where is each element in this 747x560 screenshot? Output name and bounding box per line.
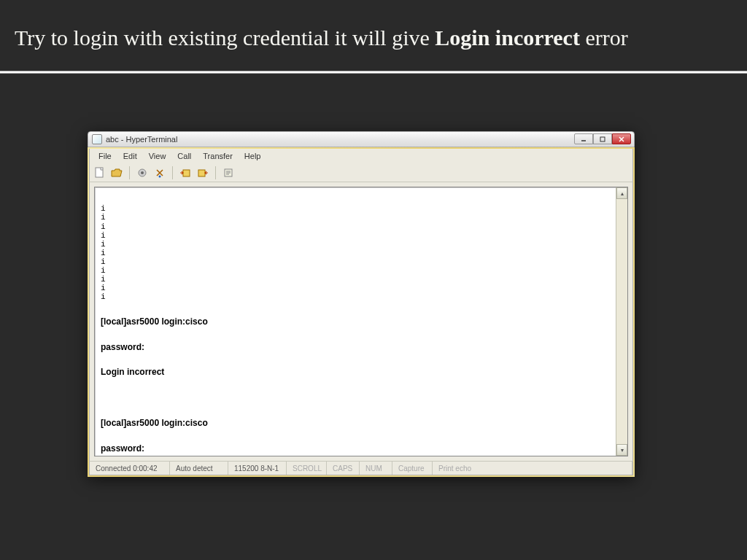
statusbar: Connected 0:00:42 Auto detect 115200 8-N…: [89, 461, 633, 475]
svg-point-6: [141, 171, 144, 174]
toolbar-separator: [129, 166, 130, 179]
title-text-bold: Login incorrect: [435, 26, 580, 50]
terminal-prelude: i i i i i i i i i i i: [101, 204, 622, 301]
status-echo: Print echo: [433, 462, 632, 475]
window-controls: [574, 133, 631, 144]
vertical-scrollbar[interactable]: ▴ ▾: [616, 187, 627, 456]
menu-file[interactable]: File: [93, 150, 117, 162]
open-icon[interactable]: [110, 166, 123, 179]
toolbar-separator: [172, 166, 173, 179]
status-line: 115200 8-N-1: [228, 462, 287, 475]
status-capture: Capture: [392, 462, 433, 475]
svg-rect-8: [183, 170, 190, 176]
client-area: i i i i i i i i i i i [local]asr5000 log…: [89, 182, 633, 461]
blank-line: [101, 392, 622, 404]
maximize-button[interactable]: [593, 133, 612, 144]
password-prompt-2: password:: [101, 443, 622, 455]
window-body: File Edit View Call Transfer Help: [88, 147, 635, 477]
terminal-output: i i i i i i i i i i i [local]asr5000 log…: [95, 187, 627, 456]
close-icon: [619, 136, 624, 142]
login-prompt-1: [local]asr5000 login:cisco: [101, 316, 622, 328]
status-num: NUM: [360, 462, 392, 475]
maximize-icon: [600, 136, 605, 142]
menubar: File Edit View Call Transfer Help: [89, 149, 633, 163]
status-connected: Connected 0:00:42: [90, 462, 170, 475]
slide-title: Try to login with existing credential it…: [0, 0, 747, 61]
title-text-suffix: error: [580, 26, 628, 50]
hyperterminal-window: abc - HyperTerminal File Edit View Call …: [88, 131, 635, 477]
svg-point-7: [159, 175, 161, 177]
terminal-frame[interactable]: i i i i i i i i i i i [local]asr5000 log…: [94, 187, 628, 456]
status-detect: Auto detect: [170, 462, 228, 475]
svg-rect-9: [198, 170, 205, 176]
minimize-icon: [581, 136, 587, 142]
scroll-up-icon[interactable]: ▴: [616, 187, 627, 199]
new-icon[interactable]: [93, 166, 106, 179]
svg-rect-1: [600, 137, 605, 141]
send-icon[interactable]: [179, 166, 192, 179]
divider: [0, 71, 747, 74]
status-caps: CAPS: [327, 462, 360, 475]
toolbar-separator: [215, 166, 216, 179]
menu-help[interactable]: Help: [239, 150, 267, 162]
scroll-down-icon[interactable]: ▾: [616, 444, 627, 456]
svg-rect-4: [96, 168, 103, 177]
menu-view[interactable]: View: [143, 150, 172, 162]
toolbar: [89, 163, 633, 182]
app-icon: [92, 134, 102, 144]
minimize-button[interactable]: [574, 133, 593, 144]
menu-edit[interactable]: Edit: [117, 150, 143, 162]
close-button[interactable]: [612, 133, 631, 144]
receive-icon[interactable]: [196, 166, 209, 179]
login-prompt-2: [local]asr5000 login:cisco: [101, 417, 622, 429]
password-prompt-1: password:: [101, 341, 622, 354]
menu-call[interactable]: Call: [171, 150, 197, 162]
title-text-prefix: Try to login with existing credential it…: [15, 26, 435, 50]
properties-icon[interactable]: [222, 166, 235, 179]
disconnect-icon[interactable]: [153, 166, 166, 179]
menu-transfer[interactable]: Transfer: [197, 150, 239, 162]
login-error-1: Login incorrect: [101, 366, 622, 378]
status-scroll: SCROLL: [287, 462, 327, 475]
titlebar[interactable]: abc - HyperTerminal: [88, 131, 635, 147]
window-title: abc - HyperTerminal: [106, 135, 177, 144]
connect-icon[interactable]: [136, 166, 149, 179]
